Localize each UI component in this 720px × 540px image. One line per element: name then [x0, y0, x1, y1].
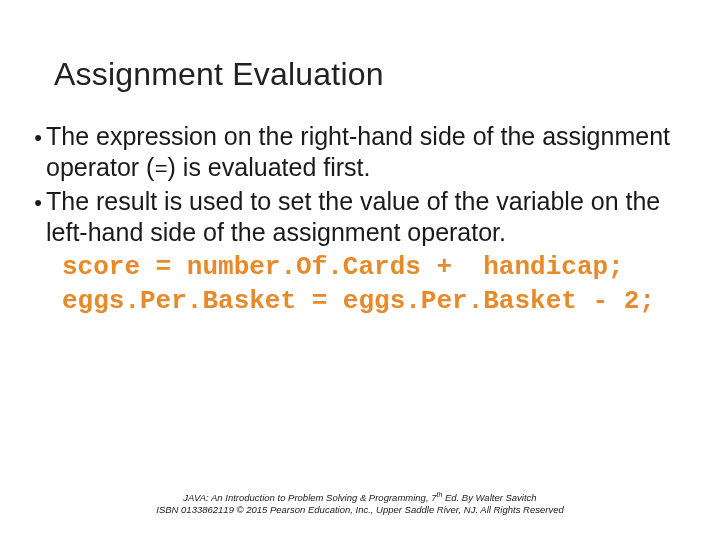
code-line: eggs.Per.Basket = eggs.Per.Basket - 2; [62, 285, 690, 318]
bullet-text: The result is used to set the value of t… [46, 186, 690, 247]
bullet-dot-icon: • [30, 123, 46, 153]
bullet-item: • The result is used to set the value of… [30, 186, 690, 247]
slide-body: • The expression on the right-hand side … [0, 93, 720, 318]
bullet-dot-icon: • [30, 188, 46, 218]
slide: Assignment Evaluation • The expression o… [0, 0, 720, 540]
footer-citation: JAVA: An Introduction to Problem Solving… [0, 491, 720, 516]
code-line: score = number.Of.Cards + handicap; [62, 251, 690, 284]
slide-title: Assignment Evaluation [0, 0, 720, 93]
bullet-item: • The expression on the right-hand side … [30, 121, 690, 184]
code-block: score = number.Of.Cards + handicap; eggs… [30, 251, 690, 318]
bullet-text: The expression on the right-hand side of… [46, 121, 690, 184]
equals-glyph: = [154, 158, 167, 183]
